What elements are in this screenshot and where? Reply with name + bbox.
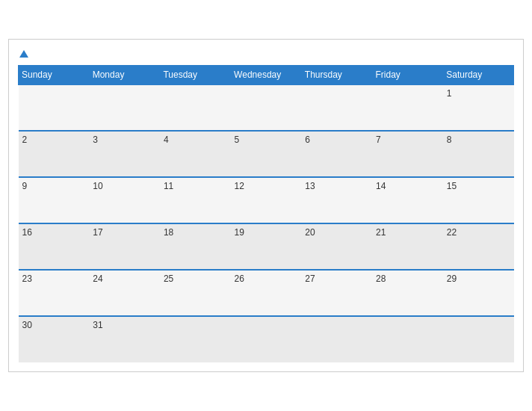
weekday-header-tuesday: Tuesday [160,66,231,85]
calendar-wrapper: SundayMondayTuesdayWednesdayThursdayFrid… [8,39,524,372]
calendar-day: 24 [89,270,160,316]
calendar-day: 7 [372,131,443,177]
calendar-day: 29 [443,270,514,316]
weekday-header-monday: Monday [89,66,160,85]
calendar-day [372,84,443,131]
day-number: 2 [22,135,28,145]
calendar-body: 1234567891011121314151617181920212223242… [19,84,514,362]
calendar-day: 9 [19,177,90,223]
calendar-day: 11 [160,177,231,223]
calendar-day [372,316,443,362]
weekday-header-saturday: Saturday [443,66,514,85]
logo-area [18,47,28,59]
day-number: 10 [93,181,102,191]
calendar-header-row: SundayMondayTuesdayWednesdayThursdayFrid… [19,66,514,85]
day-number: 9 [22,181,28,191]
calendar-day: 18 [160,223,231,270]
calendar-day: 1 [443,84,514,131]
calendar-day [160,316,231,362]
calendar-day [160,84,231,131]
calendar-day: 8 [443,131,514,177]
calendar-day: 5 [231,131,302,177]
week-row-4: 16171819202122 [19,223,514,270]
day-number: 26 [235,274,244,284]
weekday-header-friday: Friday [372,66,443,85]
calendar-day: 6 [301,131,372,177]
day-number: 16 [22,227,32,238]
day-number: 15 [447,181,457,191]
day-number: 19 [235,227,244,238]
day-number: 3 [93,135,98,145]
day-number: 12 [235,181,244,191]
logo-triangle-icon [19,50,28,58]
calendar-day: 23 [19,270,90,316]
calendar-day: 25 [160,270,231,316]
calendar-header [18,47,514,59]
day-number: 22 [447,227,457,238]
day-number: 31 [93,320,102,330]
calendar-day: 26 [231,270,302,316]
calendar-day: 22 [443,223,514,270]
day-number: 25 [164,274,173,284]
calendar-day: 13 [301,177,372,223]
calendar-day: 3 [89,131,160,177]
calendar-day: 30 [19,316,90,362]
calendar-day [89,84,160,131]
calendar-grid: SundayMondayTuesdayWednesdayThursdayFrid… [18,65,514,362]
calendar-day: 20 [301,223,372,270]
week-row-5: 23242526272829 [19,270,514,316]
day-number: 24 [93,274,102,284]
calendar-day: 31 [89,316,160,362]
day-number: 17 [93,227,102,238]
weekday-header-row: SundayMondayTuesdayWednesdayThursdayFrid… [19,66,514,85]
day-number: 29 [447,274,457,284]
week-row-2: 2345678 [19,131,514,177]
calendar-day: 21 [372,223,443,270]
logo-general [18,47,28,59]
weekday-header-sunday: Sunday [19,66,90,85]
day-number: 1 [447,88,452,99]
calendar-day [443,316,514,362]
day-number: 21 [376,227,386,238]
calendar-day [301,316,372,362]
day-number: 7 [376,135,381,145]
week-row-1: 1 [19,84,514,131]
day-number: 11 [164,181,173,191]
calendar-day: 15 [443,177,514,223]
calendar-day: 14 [372,177,443,223]
day-number: 28 [376,274,386,284]
day-number: 8 [447,135,452,145]
day-number: 4 [164,135,169,145]
day-number: 5 [235,135,240,145]
calendar-day: 27 [301,270,372,316]
day-number: 20 [305,227,315,238]
day-number: 18 [164,227,173,238]
calendar-day: 19 [231,223,302,270]
day-number: 6 [305,135,310,145]
calendar-day: 12 [231,177,302,223]
calendar-day: 2 [19,131,90,177]
week-row-6: 3031 [19,316,514,362]
day-number: 14 [376,181,386,191]
calendar-day: 4 [160,131,231,177]
calendar-day [231,316,302,362]
calendar-day [231,84,302,131]
day-number: 13 [305,181,315,191]
calendar-day: 16 [19,223,90,270]
weekday-header-wednesday: Wednesday [231,66,302,85]
weekday-header-thursday: Thursday [301,66,372,85]
calendar-day [19,84,90,131]
day-number: 23 [22,274,32,284]
day-number: 27 [305,274,315,284]
week-row-3: 9101112131415 [19,177,514,223]
calendar-day: 10 [89,177,160,223]
calendar-day [301,84,372,131]
calendar-day: 17 [89,223,160,270]
day-number: 30 [22,320,32,330]
calendar-day: 28 [372,270,443,316]
